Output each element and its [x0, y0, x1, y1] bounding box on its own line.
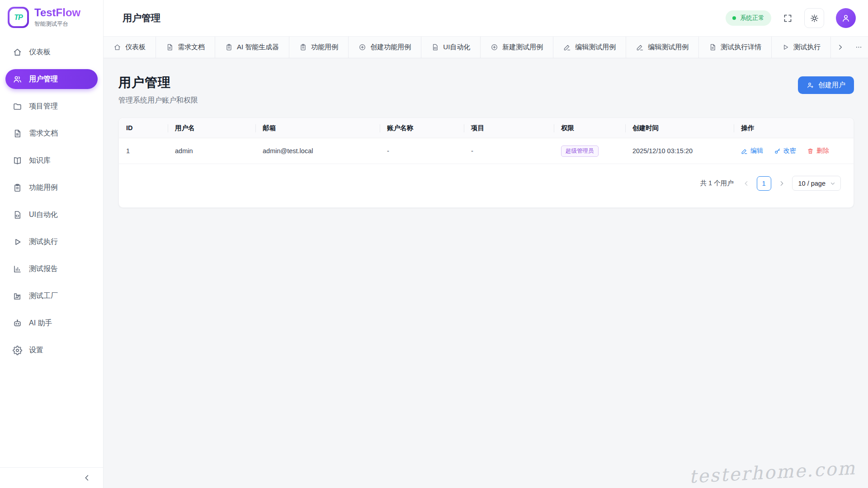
create-user-button[interactable]: 创建用户	[798, 76, 854, 94]
doc-icon	[709, 43, 717, 51]
play-icon	[782, 43, 789, 51]
chart-icon	[13, 264, 22, 274]
sidebar-item-execution[interactable]: 测试执行	[5, 232, 98, 252]
sidebar-item-label: 仪表板	[29, 47, 51, 57]
doc-icon	[166, 43, 174, 51]
column-header-email: 邮箱	[255, 118, 380, 138]
pencil-icon	[563, 43, 571, 51]
action-label: 删除	[816, 147, 829, 155]
gear-icon	[13, 346, 22, 355]
cell-role: 超级管理员	[554, 145, 625, 157]
brand-logo-monogram: TP	[9, 9, 27, 26]
tab-new-test-case[interactable]: 新建测试用例	[481, 37, 553, 58]
sidebar-item-settings[interactable]: 设置	[5, 340, 98, 360]
sidebar-item-ai-assistant[interactable]: AI 助手	[5, 313, 98, 333]
sidebar-item-dashboard[interactable]: 仪表板	[5, 42, 98, 62]
tab-execution[interactable]: 测试执行	[772, 37, 831, 58]
tab-execution-detail[interactable]: 测试执行详情	[699, 37, 772, 58]
sidebar-item-projects[interactable]: 项目管理	[5, 96, 98, 116]
table-body: 1adminadmin@test.local--超级管理员2025/12/10 …	[119, 138, 854, 164]
tabs-more-button[interactable]	[849, 37, 868, 58]
brand-logo: TP	[8, 7, 29, 28]
column-header-actions: 操作	[734, 118, 854, 138]
tab-label: 仪表板	[125, 43, 146, 52]
pagination-page-button[interactable]: 1	[757, 176, 771, 191]
sun-icon	[810, 14, 819, 23]
plus-circle-icon	[491, 43, 498, 51]
tab-bar: 仪表板需求文档AI 智能生成器功能用例创建功能用例UI自动化新建测试用例编辑测试…	[104, 36, 868, 58]
status-badge: 系统正常	[726, 10, 771, 26]
chevron-down-icon	[830, 180, 836, 187]
pagination-next-button[interactable]	[778, 180, 785, 187]
table-footer: 共 1 个用户 1 10 / page	[119, 164, 854, 207]
tab-label: 新建测试用例	[502, 43, 543, 52]
table-row: 1adminadmin@test.local--超级管理员2025/12/10 …	[119, 138, 854, 164]
brand-name: TestFlow	[34, 7, 80, 18]
sidebar-item-label: 用户管理	[29, 75, 58, 84]
brand-subtitle: 智能测试平台	[34, 20, 80, 28]
column-header-username: 用户名	[168, 118, 255, 138]
sidebar-item-factory[interactable]: 测试工厂	[5, 286, 98, 306]
sidebar-nav: 仪表板用户管理项目管理需求文档知识库功能用例UI自动化测试执行测试报告测试工厂A…	[0, 34, 103, 467]
chevron-right-icon	[778, 180, 785, 187]
ellipsis-icon	[855, 43, 863, 51]
sidebar-item-ui-automation[interactable]: UI自动化	[5, 205, 98, 225]
sidebar-item-reports[interactable]: 测试报告	[5, 259, 98, 279]
page-size-select[interactable]: 10 / page	[792, 176, 841, 191]
column-header-id: ID	[119, 118, 168, 138]
robot-icon	[13, 319, 22, 328]
app-root: TP TestFlow 智能测试平台 仪表板用户管理项目管理需求文档知识库功能用…	[0, 0, 868, 488]
tab-ai-generator[interactable]: AI 智能生成器	[215, 37, 289, 58]
sidebar-item-requirements[interactable]: 需求文档	[5, 123, 98, 143]
factory-icon	[13, 291, 22, 301]
sidebar-item-label: 测试工厂	[29, 291, 58, 301]
password-action-button[interactable]: 改密	[774, 147, 796, 155]
expand-icon	[783, 14, 793, 23]
folder-icon	[13, 102, 22, 111]
theme-toggle-button[interactable]	[804, 8, 824, 28]
page-title: 用户管理	[118, 74, 198, 91]
sidebar-item-feature-cases[interactable]: 功能用例	[5, 178, 98, 197]
tab-edit-test-case-2[interactable]: 编辑测试用例	[626, 37, 699, 58]
pencil-icon	[636, 43, 644, 51]
cell-id: 1	[119, 147, 168, 155]
sidebar: TP TestFlow 智能测试平台 仪表板用户管理项目管理需求文档知识库功能用…	[0, 0, 104, 488]
sidebar-collapse-button[interactable]	[0, 467, 103, 488]
chevron-right-icon	[836, 43, 844, 51]
tabs-scroll-next-button[interactable]	[831, 37, 849, 58]
key-icon	[774, 148, 781, 155]
sidebar-item-label: 设置	[29, 346, 43, 355]
sidebar-item-label: 测试执行	[29, 237, 58, 247]
tab-dashboard[interactable]: 仪表板	[104, 37, 156, 58]
tab-feature-cases[interactable]: 功能用例	[289, 37, 349, 58]
edit-action-button[interactable]: 编辑	[741, 147, 763, 155]
sidebar-item-users[interactable]: 用户管理	[5, 69, 98, 89]
fullscreen-button[interactable]	[783, 14, 793, 23]
users-table-card: ID用户名邮箱账户名称项目权限创建时间操作 1adminadmin@test.l…	[118, 117, 854, 208]
clipboard-icon	[299, 43, 307, 51]
tab-create-feature-case[interactable]: 创建功能用例	[349, 37, 421, 58]
tab-edit-test-case-1[interactable]: 编辑测试用例	[553, 37, 626, 58]
sidebar-item-label: 项目管理	[29, 102, 58, 111]
page-size-value: 10 / page	[798, 180, 826, 187]
cell-account: -	[380, 147, 464, 155]
home-icon	[13, 47, 22, 57]
users-icon	[13, 75, 22, 84]
sidebar-item-label: 需求文档	[29, 129, 58, 138]
pagination-prev-button[interactable]	[743, 180, 750, 187]
tab-ui-automation[interactable]: UI自动化	[421, 37, 481, 58]
brand: TP TestFlow 智能测试平台	[0, 0, 103, 34]
tab-requirements[interactable]: 需求文档	[156, 37, 215, 58]
sidebar-item-knowledge[interactable]: 知识库	[5, 150, 98, 170]
delete-action-button[interactable]: 删除	[807, 147, 829, 155]
home-icon	[113, 43, 121, 51]
status-dot-icon	[732, 16, 736, 20]
sidebar-item-label: 知识库	[29, 156, 51, 165]
chevron-left-icon	[83, 474, 91, 482]
user-plus-icon	[807, 81, 814, 89]
header-title: 用户管理	[123, 12, 160, 24]
doc-icon	[13, 129, 22, 138]
column-header-account: 账户名称	[380, 118, 464, 138]
pencil-icon	[741, 148, 748, 155]
user-avatar[interactable]	[836, 8, 856, 28]
